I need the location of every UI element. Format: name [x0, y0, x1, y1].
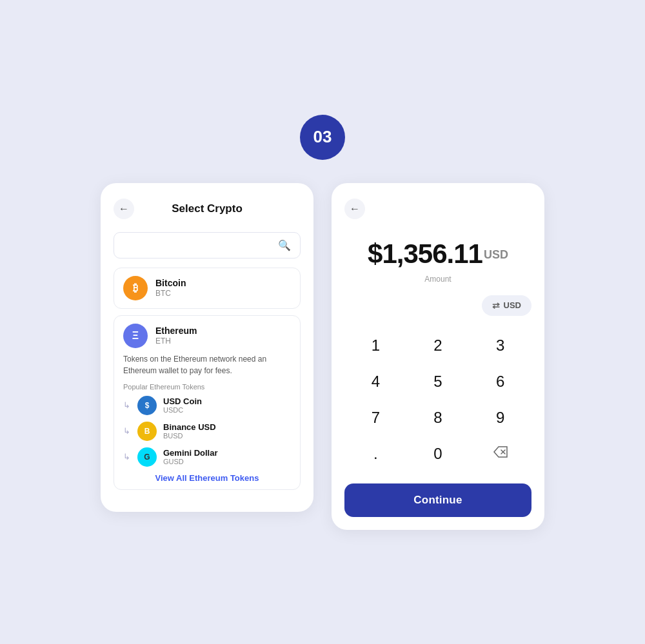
crypto-search-bar: 🔍	[114, 232, 301, 259]
keypad-back-button[interactable]: ←	[344, 199, 365, 219]
usdc-token-item[interactable]: ↳ $ USD Coin USDC	[123, 396, 291, 415]
step-badge: 03	[300, 115, 345, 160]
busd-token-item[interactable]: ↳ B Binance USD BUSD	[123, 422, 291, 441]
usdc-icon: $	[137, 396, 157, 415]
numpad-key-7[interactable]: 7	[344, 400, 407, 436]
currency-toggle-area: ⇄ USD	[344, 295, 531, 316]
token-indent-icon: ↳	[123, 400, 132, 410]
numpad-key-backspace[interactable]	[469, 436, 531, 472]
select-crypto-panel: ← Select Crypto 🔍 ₿ Bitcoin BTC Ξ Ethere…	[101, 183, 313, 512]
numpad-key-3[interactable]: 3	[469, 327, 531, 364]
select-crypto-header: ← Select Crypto	[114, 199, 301, 219]
token-indent-icon: ↳	[123, 452, 132, 462]
bitcoin-item[interactable]: ₿ Bitcoin BTC	[114, 268, 301, 309]
amount-value: $1,356.11	[368, 239, 482, 269]
ethereum-icon: Ξ	[123, 324, 148, 348]
numpad-key-6[interactable]: 6	[469, 364, 531, 400]
numpad-key-1[interactable]: 1	[344, 327, 407, 364]
numpad-key-4[interactable]: 4	[344, 364, 407, 400]
numpad-key-8[interactable]: 8	[407, 400, 470, 436]
usdc-info: USD Coin USDC	[163, 396, 202, 414]
select-crypto-title: Select Crypto	[172, 202, 243, 215]
ethereum-symbol: ETH	[155, 337, 197, 346]
ethereum-expanded-item: Ξ Ethereum ETH Tokens on the Ethereum ne…	[114, 315, 301, 490]
gusd-token-item[interactable]: ↳ G Gemini Dollar GUSD	[123, 447, 291, 467]
numpad-key-2[interactable]: 2	[407, 327, 470, 364]
search-icon: 🔍	[278, 239, 291, 251]
amount-display: $1,356.11USD	[344, 239, 531, 269]
bitcoin-symbol: BTC	[155, 289, 186, 298]
busd-symbol: BUSD	[163, 432, 216, 440]
numpad-key-5[interactable]: 5	[407, 364, 470, 400]
busd-info: Binance USD BUSD	[163, 422, 216, 440]
gusd-info: Gemini Dollar GUSD	[163, 448, 218, 465]
currency-toggle-button[interactable]: ⇄ USD	[482, 295, 531, 316]
numpad-key-0[interactable]: 0	[407, 436, 470, 472]
backspace-icon	[493, 446, 508, 461]
ethereum-name: Ethereum	[155, 326, 197, 336]
busd-name: Binance USD	[163, 422, 216, 432]
ethereum-description: Tokens on the Ethereum network need an E…	[123, 353, 291, 376]
panels-container: ← Select Crypto 🔍 ₿ Bitcoin BTC Ξ Ethere…	[101, 183, 544, 530]
currency-toggle-label: USD	[504, 300, 521, 310]
busd-icon: B	[137, 422, 157, 441]
view-all-ethereum-tokens-link[interactable]: View All Ethereum Tokens	[123, 473, 291, 483]
gusd-name: Gemini Dollar	[163, 448, 218, 458]
usdc-symbol: USDC	[163, 406, 202, 414]
amount-label: Amount	[344, 275, 531, 284]
swap-icon: ⇄	[492, 300, 500, 311]
bitcoin-name: Bitcoin	[155, 278, 186, 288]
numpad: 1 2 3 4 5 6 7 8 9 . 0	[344, 327, 531, 472]
amount-currency-code: USD	[484, 248, 508, 261]
numpad-key-dot[interactable]: .	[344, 436, 407, 472]
bitcoin-info: Bitcoin BTC	[155, 278, 186, 298]
select-crypto-back-button[interactable]: ←	[114, 199, 134, 219]
amount-keypad-panel: ← $1,356.11USD Amount ⇄ USD 1 2 3 4 5 6 …	[332, 183, 544, 530]
numpad-key-9[interactable]: 9	[469, 400, 531, 436]
ethereum-header: Ξ Ethereum ETH	[123, 324, 291, 348]
gusd-symbol: GUSD	[163, 458, 218, 465]
ethereum-info: Ethereum ETH	[155, 326, 197, 346]
usdc-name: USD Coin	[163, 396, 202, 406]
continue-button[interactable]: Continue	[344, 483, 531, 517]
gusd-icon: G	[137, 447, 157, 467]
keypad-header: ←	[344, 199, 531, 219]
token-indent-icon: ↳	[123, 426, 132, 436]
bitcoin-icon: ₿	[123, 276, 148, 300]
popular-tokens-label: Popular Ethereum Tokens	[123, 383, 291, 391]
crypto-search-input[interactable]	[123, 240, 278, 251]
